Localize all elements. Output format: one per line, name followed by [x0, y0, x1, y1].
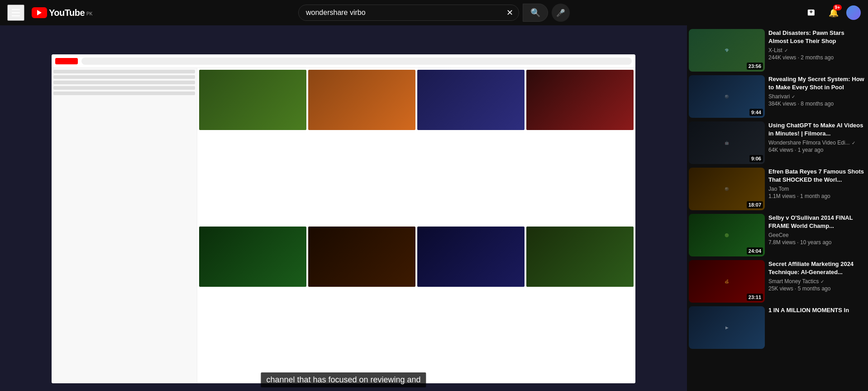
search-submit-button[interactable]: 🔍 — [523, 4, 548, 22]
sidebar-video-item[interactable]: 🎱 18:07 Efren Bata Reyes 7 Famous Shots … — [689, 168, 864, 210]
video-duration: 18:07 — [747, 201, 763, 208]
youtube-logo[interactable]: YouTube PK — [32, 7, 92, 18]
sidebar-thumbnail: ▶ — [689, 306, 765, 349]
video-inner-screenshot — [52, 54, 635, 383]
sidebar-video-meta: 384K views · 8 months ago — [768, 101, 864, 107]
sidebar-video-info: Secret Affiliate Marketing 2024 Techniqu… — [768, 260, 864, 303]
search-icon: 🔍 — [530, 8, 540, 17]
video-duration: 9:06 — [749, 155, 763, 162]
sidebar-video-info: Revealing My Secret System: How to Make … — [768, 75, 864, 118]
sidebar-channel-name: Smart Money Tactics ✓ — [768, 278, 864, 285]
video-inner-content — [197, 68, 635, 383]
video-duration: 23:56 — [747, 63, 763, 70]
sidebar-video-title: 1 IN A MILLION MOMENTS In — [768, 306, 864, 314]
header-center: ✕ 🔍 🎤 — [298, 4, 570, 22]
video-duration: 24:04 — [747, 247, 763, 255]
sidebar-video-title: Revealing My Secret System: How to Make … — [768, 75, 864, 92]
sidebar-video-item[interactable]: 💎 23:56 Deal Disasters: Pawn Stars Almos… — [689, 29, 864, 72]
sidebar-video-meta: 1.1M views · 1 month ago — [768, 193, 864, 199]
verified-icon: ✓ — [792, 94, 795, 99]
video-area: channel that has focused on reviewing an… — [0, 25, 687, 391]
verified-icon: ✓ — [784, 48, 788, 53]
notifications-badge: 9+ — [833, 5, 842, 10]
sidebar-video-item[interactable]: ▶ 1 IN A MILLION MOMENTS In — [689, 306, 864, 349]
video-inner-body — [52, 68, 635, 383]
subtitle-overlay: channel that has focused on reviewing an… — [261, 372, 426, 387]
youtube-logo-text: YouTube — [49, 8, 85, 18]
sidebar-thumbnail: 🤖 9:06 — [689, 121, 765, 164]
sidebar-video-meta: 25K views · 5 months ago — [768, 285, 864, 292]
search-input[interactable] — [299, 5, 501, 20]
thumb-content: ▶ — [689, 306, 765, 349]
sidebar: 💎 23:56 Deal Disasters: Pawn Stars Almos… — [687, 25, 868, 391]
microphone-icon: 🎤 — [556, 9, 565, 17]
sidebar-video-title: Secret Affiliate Marketing 2024 Techniqu… — [768, 260, 864, 276]
sidebar-thumbnail: 🟢 24:04 — [689, 214, 765, 256]
sidebar-channel-name: Wondershare Filmora Video Edi... ✓ — [768, 140, 864, 146]
main-layout: channel that has focused on reviewing an… — [0, 25, 868, 391]
sidebar-channel-name: Jao Tom — [768, 186, 864, 192]
sidebar-video-info: Efren Bata Reyes 7 Famous Shots That SHO… — [768, 168, 864, 210]
hamburger-menu-button[interactable] — [7, 5, 24, 21]
youtube-logo-icon — [32, 7, 47, 18]
header-right: 🔔 9+ — [770, 4, 861, 22]
search-clear-button[interactable]: ✕ — [501, 5, 519, 20]
sidebar-video-info: Using ChatGPT to Make AI Videos in Minut… — [768, 121, 864, 164]
sidebar-thumbnail: 💎 23:56 — [689, 29, 765, 72]
sidebar-video-title: Selby v O'Sullivan 2014 FINAL FRAME Worl… — [768, 214, 864, 230]
sidebar-video-item[interactable]: 🤖 9:06 Using ChatGPT to Make AI Videos i… — [689, 121, 864, 164]
video-inner-top — [52, 54, 635, 68]
create-icon — [807, 7, 816, 19]
video-duration: 9:44 — [749, 109, 763, 116]
sidebar-channel-name: GeeCee — [768, 232, 864, 238]
sidebar-video-title: Deal Disasters: Pawn Stars Almost Lose T… — [768, 29, 864, 45]
video-inner-sidebar — [52, 68, 198, 383]
sidebar-video-item[interactable]: 💰 23:11 Secret Affiliate Marketing 2024 … — [689, 260, 864, 303]
sidebar-video-title: Using ChatGPT to Make AI Videos in Minut… — [768, 121, 864, 138]
inner-yt-logo — [55, 58, 78, 64]
sidebar-video-meta: 7.8M views · 10 years ago — [768, 239, 864, 246]
sidebar-video-meta: 64K views · 1 year ago — [768, 147, 864, 153]
user-avatar[interactable] — [846, 5, 861, 20]
sidebar-video-info: Selby v O'Sullivan 2014 FINAL FRAME Worl… — [768, 214, 864, 256]
sidebar-video-item[interactable]: 🎱 9:44 Revealing My Secret System: How t… — [689, 75, 864, 118]
voice-search-button[interactable]: 🎤 — [552, 4, 570, 22]
sidebar-video-meta: 244K views · 2 months ago — [768, 54, 864, 61]
sidebar-videos-container: 💎 23:56 Deal Disasters: Pawn Stars Almos… — [689, 29, 864, 349]
create-video-button[interactable] — [803, 4, 821, 22]
sidebar-channel-name: X-List ✓ — [768, 47, 864, 53]
video-thumbnail: channel that has focused on reviewing an… — [0, 25, 687, 391]
youtube-country: PK — [86, 11, 92, 16]
sidebar-video-info: Deal Disasters: Pawn Stars Almost Lose T… — [768, 29, 864, 72]
notifications-button[interactable]: 🔔 9+ — [825, 4, 843, 22]
search-bar: ✕ — [298, 5, 519, 21]
sidebar-thumbnail: 🎱 18:07 — [689, 168, 765, 210]
video-player[interactable]: channel that has focused on reviewing an… — [0, 25, 687, 391]
sidebar-video-item[interactable]: 🟢 24:04 Selby v O'Sullivan 2014 FINAL FR… — [689, 214, 864, 256]
sidebar-thumbnail: 🎱 9:44 — [689, 75, 765, 118]
sidebar-thumbnail: 💰 23:11 — [689, 260, 765, 303]
header-left: YouTube PK — [7, 5, 98, 21]
sidebar-video-title: Efren Bata Reyes 7 Famous Shots That SHO… — [768, 168, 864, 184]
verified-icon: ✓ — [852, 140, 855, 145]
verified-icon: ✓ — [820, 279, 824, 284]
header: YouTube PK ✕ 🔍 🎤 🔔 9+ — [0, 0, 868, 25]
video-duration: 23:11 — [747, 294, 763, 301]
sidebar-video-info: 1 IN A MILLION MOMENTS In — [768, 306, 864, 349]
sidebar-channel-name: Sharivari ✓ — [768, 93, 864, 100]
